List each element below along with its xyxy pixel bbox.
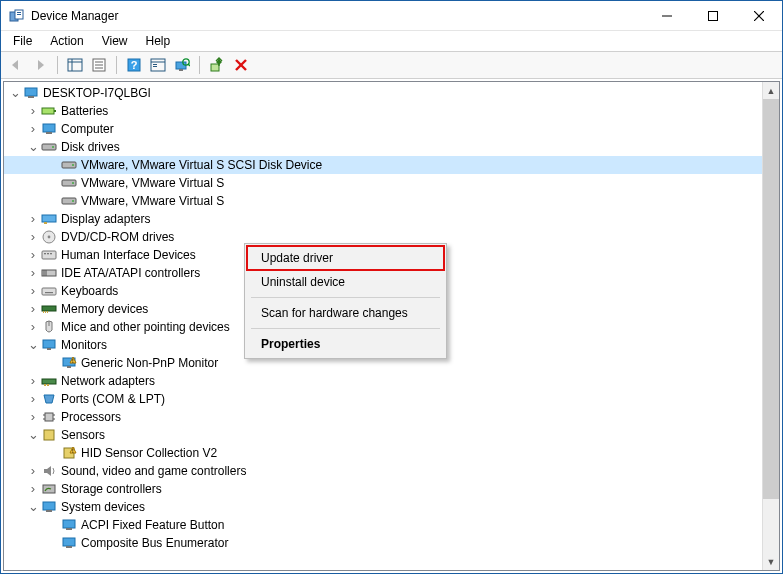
maximize-button[interactable] <box>690 1 736 30</box>
svg-rect-54 <box>45 292 53 293</box>
device-vmware-disk-2[interactable]: VMware, VMware Virtual S <box>4 174 762 192</box>
chevron-right-icon[interactable]: › <box>26 482 40 496</box>
svg-rect-32 <box>43 124 55 132</box>
chevron-down-icon[interactable]: ⌄ <box>26 338 40 352</box>
scroll-down-button[interactable]: ▼ <box>763 553 779 570</box>
category-computer[interactable]: › Computer <box>4 120 762 138</box>
menu-separator <box>251 297 440 298</box>
menu-uninstall-device[interactable]: Uninstall device <box>247 270 444 294</box>
chevron-right-icon[interactable]: › <box>26 302 40 316</box>
svg-rect-31 <box>54 110 56 112</box>
ide-icon <box>41 265 57 281</box>
properties-button[interactable] <box>88 54 110 76</box>
svg-text:!: ! <box>72 448 74 454</box>
category-batteries[interactable]: › Batteries <box>4 102 762 120</box>
category-network[interactable]: › Network adapters <box>4 372 762 390</box>
svg-rect-20 <box>153 66 157 67</box>
disk-icon <box>61 175 77 191</box>
toolbar-separator <box>199 56 200 74</box>
menu-properties[interactable]: Properties <box>247 332 444 356</box>
menu-action[interactable]: Action <box>42 33 91 49</box>
category-disk-drives[interactable]: ⌄ Disk drives <box>4 138 762 156</box>
forward-button[interactable] <box>29 54 51 76</box>
computer-icon <box>41 121 57 137</box>
action-button[interactable] <box>147 54 169 76</box>
svg-rect-53 <box>42 288 56 295</box>
network-icon <box>41 373 57 389</box>
svg-rect-43 <box>44 222 47 224</box>
chevron-right-icon[interactable]: › <box>26 212 40 226</box>
chevron-down-icon[interactable]: ⌄ <box>26 428 40 442</box>
chevron-right-icon[interactable]: › <box>26 410 40 424</box>
system-device-icon <box>61 535 77 551</box>
menubar: File Action View Help <box>1 31 782 51</box>
scroll-thumb[interactable] <box>763 99 779 499</box>
svg-rect-19 <box>153 64 157 65</box>
category-display-adapters[interactable]: › Display adapters <box>4 210 762 228</box>
menu-help[interactable]: Help <box>138 33 179 49</box>
svg-rect-8 <box>68 59 82 71</box>
svg-text:?: ? <box>131 59 138 71</box>
update-driver-button[interactable] <box>206 54 228 76</box>
device-hid-sensor[interactable]: ! HID Sensor Collection V2 <box>4 444 762 462</box>
chevron-right-icon[interactable]: › <box>26 104 40 118</box>
category-storage[interactable]: › Storage controllers <box>4 480 762 498</box>
port-icon <box>41 391 57 407</box>
vertical-scrollbar[interactable]: ▲ ▼ <box>762 82 779 570</box>
device-vmware-disk-1[interactable]: VMware, VMware Virtual S SCSI Disk Devic… <box>4 156 762 174</box>
minimize-button[interactable] <box>644 1 690 30</box>
close-button[interactable] <box>736 1 782 30</box>
chevron-right-icon[interactable]: › <box>26 464 40 478</box>
sensor-warning-icon: ! <box>61 445 77 461</box>
titlebar: Device Manager <box>1 1 782 31</box>
chevron-down-icon[interactable]: ⌄ <box>26 140 40 154</box>
svg-rect-63 <box>67 366 71 368</box>
device-composite-bus[interactable]: Composite Bus Enumerator <box>4 534 762 552</box>
device-tree-pane: ⌄ DESKTOP-I7QLBGI › Batteries › Computer… <box>3 81 780 571</box>
menu-view[interactable]: View <box>94 33 136 49</box>
window-controls <box>644 1 782 30</box>
display-adapter-icon <box>41 211 57 227</box>
svg-rect-67 <box>47 384 49 386</box>
device-acpi-button[interactable]: ACPI Fixed Feature Button <box>4 516 762 534</box>
chevron-right-icon[interactable]: › <box>26 392 40 406</box>
menu-scan-hardware[interactable]: Scan for hardware changes <box>247 301 444 325</box>
toolbar-separator <box>57 56 58 74</box>
category-ports[interactable]: › Ports (COM & LPT) <box>4 390 762 408</box>
svg-rect-33 <box>46 132 52 134</box>
chevron-right-icon[interactable]: › <box>26 374 40 388</box>
scroll-track[interactable] <box>763 99 779 553</box>
category-sensors[interactable]: ⌄ Sensors <box>4 426 762 444</box>
chevron-down-icon[interactable]: ⌄ <box>26 500 40 514</box>
scroll-up-button[interactable]: ▲ <box>763 82 779 99</box>
uninstall-button[interactable] <box>230 54 252 76</box>
show-hide-console-button[interactable] <box>64 54 86 76</box>
category-processors[interactable]: › Processors <box>4 408 762 426</box>
chevron-right-icon[interactable]: › <box>26 320 40 334</box>
menu-update-driver[interactable]: Update driver <box>247 246 444 270</box>
computer-icon <box>23 85 39 101</box>
svg-rect-49 <box>50 253 52 254</box>
device-manager-window: Device Manager File Action View Help ? <box>0 0 783 574</box>
svg-point-35 <box>52 146 54 148</box>
chevron-right-icon[interactable]: › <box>26 230 40 244</box>
category-system-devices[interactable]: ⌄ System devices <box>4 498 762 516</box>
help-button[interactable]: ? <box>123 54 145 76</box>
menu-file[interactable]: File <box>5 33 40 49</box>
root-node[interactable]: ⌄ DESKTOP-I7QLBGI <box>4 84 762 102</box>
svg-rect-77 <box>43 502 55 510</box>
scan-hardware-button[interactable] <box>171 54 193 76</box>
category-sound[interactable]: › Sound, video and game controllers <box>4 462 762 480</box>
storage-controller-icon <box>41 481 57 497</box>
svg-text:!: ! <box>72 358 74 364</box>
svg-rect-81 <box>63 538 75 546</box>
menu-separator <box>251 328 440 329</box>
disk-icon <box>61 157 77 173</box>
chevron-right-icon[interactable]: › <box>26 266 40 280</box>
chevron-right-icon[interactable]: › <box>26 122 40 136</box>
device-vmware-disk-3[interactable]: VMware, VMware Virtual S <box>4 192 762 210</box>
chevron-right-icon[interactable]: › <box>26 284 40 298</box>
back-button[interactable] <box>5 54 27 76</box>
chevron-right-icon[interactable]: › <box>26 248 40 262</box>
chevron-down-icon[interactable]: ⌄ <box>8 86 22 100</box>
